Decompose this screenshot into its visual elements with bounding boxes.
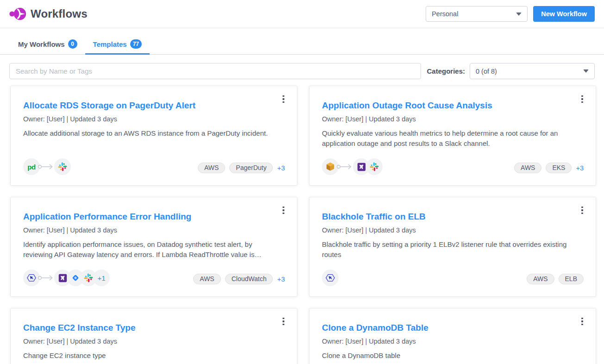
- workflow-meta: Owner: [User] | Updated 3 days: [322, 226, 584, 234]
- tag-list: AWSELB: [527, 274, 584, 286]
- workflow-title-link[interactable]: Allocate RDS Storage on PagerDuty Alert: [23, 100, 285, 111]
- slack-icon: [370, 162, 379, 171]
- workflow-card-grid: Allocate RDS Storage on PagerDuty Alert …: [0, 86, 604, 364]
- tag-pill: PagerDuty: [229, 163, 273, 173]
- tab-count-badge: 77: [130, 39, 142, 49]
- tab-label: My Workflows: [18, 40, 65, 48]
- tab-label: Templates: [93, 40, 127, 48]
- workflow-card[interactable]: Blackhole Traffic on ELB Owner: [User] |…: [309, 197, 596, 297]
- tag-list: AWSPagerDuty+3: [198, 163, 285, 175]
- connector-icon-chain: [322, 270, 339, 286]
- workflow-card[interactable]: Application Performance Error Handling O…: [10, 197, 297, 297]
- workflow-card[interactable]: Clone a DynamoDB Table Owner: [User] | U…: [309, 308, 596, 364]
- card-footer: pd AWSPagerDuty+3: [23, 158, 285, 175]
- flow-arrow-icon: [336, 163, 354, 170]
- more-tags-count: +3: [277, 276, 285, 283]
- tag-list: AWSEKS+3: [514, 163, 584, 175]
- workflow-title-link[interactable]: Blackhole Traffic on ELB: [322, 211, 584, 222]
- app-header: Workflows Personal New Workflow: [0, 0, 604, 28]
- tag-pill: ELB: [559, 274, 584, 284]
- flow-arrow-icon: [38, 163, 55, 170]
- categories-selector[interactable]: 0 (of 8): [470, 63, 595, 79]
- pagerduty-icon: pd: [27, 163, 35, 171]
- workflow-card[interactable]: Allocate RDS Storage on PagerDuty Alert …: [10, 86, 297, 186]
- card-menu-kebab-icon[interactable]: [578, 94, 586, 105]
- tab-count-badge: 0: [68, 39, 77, 49]
- workflow-card[interactable]: Change EC2 Instance Type Owner: [User] |…: [10, 308, 297, 364]
- tag-pill: AWS: [193, 274, 220, 284]
- tag-pill: AWS: [198, 163, 225, 173]
- workflow-description: Quickly evaluate various health metrics …: [322, 128, 581, 149]
- card-footer: AWSEKS+3: [322, 158, 584, 175]
- workspace-selector[interactable]: Personal: [426, 6, 528, 22]
- categories-label: Categories:: [427, 67, 465, 75]
- datadog-icon: [58, 274, 67, 282]
- workflow-meta: Owner: [User] | Updated 3 days: [322, 338, 584, 345]
- tag-pill: CloudWatch: [225, 274, 273, 284]
- card-menu-kebab-icon[interactable]: [279, 94, 288, 105]
- search-input[interactable]: [9, 63, 421, 79]
- workflow-meta: Owner: [User] | Updated 3 days: [322, 115, 584, 123]
- chevron-down-icon: [516, 13, 522, 16]
- more-tags-count: +3: [277, 164, 285, 172]
- jira-icon: [71, 273, 80, 282]
- card-menu-kebab-icon[interactable]: [279, 205, 288, 216]
- tab-bar: My Workflows 0 Templates 77: [0, 35, 604, 55]
- tag-pill: AWS: [514, 163, 541, 173]
- workflow-meta: Owner: [User] | Updated 3 days: [23, 226, 285, 234]
- workflow-description: Identify application performance issues,…: [23, 239, 283, 260]
- card-menu-kebab-icon[interactable]: [578, 205, 586, 216]
- slack-icon-bubble: [366, 158, 383, 175]
- workflow-meta: Owner: [User] | Updated 3 days: [23, 338, 285, 345]
- trigger-hexagon-icon: [26, 273, 37, 283]
- chevron-down-icon: [583, 69, 589, 73]
- workflow-title-link[interactable]: Change EC2 Instance Type: [23, 322, 285, 333]
- connector-icon-chain: pd: [23, 158, 71, 175]
- workflow-title-link[interactable]: Clone a DynamoDB Table: [322, 322, 584, 333]
- workflow-title-link[interactable]: Application Outage Root Cause Analysis: [322, 100, 584, 111]
- card-footer: +1 AWSCloudWatch+3: [23, 270, 285, 286]
- workflow-description: Allocate additional storage to an AWS RD…: [23, 128, 283, 138]
- slack-icon: [58, 162, 67, 171]
- workflow-card[interactable]: Application Outage Root Cause Analysis O…: [309, 86, 596, 186]
- categories-selected-value: 0 (of 8): [476, 68, 497, 75]
- workflow-description: Blackhole traffic by setting a priority …: [322, 239, 581, 260]
- workflow-description: Clone a DynamoDB table: [322, 351, 581, 361]
- slack-icon-bubble: [54, 158, 71, 175]
- icon-overflow-count: +1: [93, 270, 110, 286]
- more-tags-count: +3: [576, 164, 584, 172]
- new-workflow-button[interactable]: New Workflow: [533, 6, 595, 22]
- workflow-meta: Owner: [User] | Updated 3 days: [23, 115, 285, 123]
- workflow-title-link[interactable]: Application Performance Error Handling: [23, 211, 285, 222]
- aws-icon: [325, 162, 335, 172]
- card-footer: AWSELB: [322, 270, 584, 286]
- tab-my-workflows[interactable]: My Workflows 0: [10, 35, 85, 55]
- filter-bar: Categories: 0 (of 8): [0, 63, 604, 79]
- card-menu-kebab-icon[interactable]: [578, 316, 586, 327]
- card-menu-kebab-icon[interactable]: [279, 316, 288, 327]
- tab-templates[interactable]: Templates 77: [85, 35, 150, 55]
- flow-arrow-icon: [38, 275, 55, 281]
- workspace-selected-value: Personal: [432, 10, 458, 18]
- tag-pill: EKS: [546, 163, 572, 173]
- trigger-hexagon-icon: [325, 273, 335, 283]
- tag-pill: AWS: [527, 274, 554, 284]
- connector-icon-chain: +1: [23, 270, 110, 286]
- app-logo-icon: [9, 6, 27, 22]
- connector-icon-chain: [322, 158, 383, 175]
- slack-icon: [84, 273, 93, 282]
- datadog-icon: [357, 163, 366, 171]
- page-title: Workflows: [31, 7, 88, 20]
- tag-list: AWSCloudWatch+3: [193, 274, 285, 286]
- workflow-description: Change EC2 instance type: [23, 351, 283, 361]
- trigger-hexagon-icon-bubble: [322, 270, 339, 286]
